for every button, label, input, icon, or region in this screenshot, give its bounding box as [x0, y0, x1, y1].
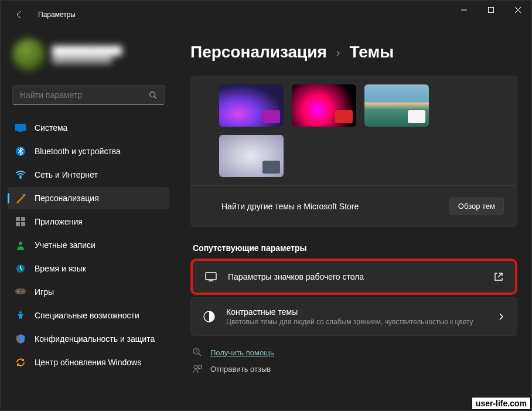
- apps-icon: [15, 216, 26, 227]
- nav: Система Bluetooth и устройства Сеть и Ин…: [8, 117, 169, 373]
- store-row: Найти другие темы в Microsoft Store Обзо…: [191, 185, 517, 226]
- theme-thumbnail[interactable]: [219, 135, 284, 177]
- system-icon: [15, 122, 26, 134]
- search-input[interactable]: [20, 90, 149, 100]
- svg-rect-11: [16, 217, 20, 221]
- nav-label: Игры: [35, 287, 54, 297]
- svg-line-26: [199, 354, 201, 356]
- svg-line-5: [155, 97, 157, 99]
- avatar: [12, 38, 45, 71]
- sidebar: ████████████ ████████████ Система Blueto…: [1, 29, 176, 410]
- contrast-themes-card[interactable]: Контрастные темы Цветовые темы для людей…: [190, 297, 517, 336]
- svg-point-4: [150, 92, 155, 97]
- feedback-icon: [193, 364, 202, 373]
- breadcrumb: Персонализация › Темы: [190, 43, 517, 62]
- nav-item-bluetooth[interactable]: Bluetooth и устройства: [8, 140, 169, 162]
- maximize-icon: [488, 7, 494, 13]
- nav-label: Персонализация: [35, 193, 99, 203]
- search-box[interactable]: [12, 85, 165, 105]
- nav-item-time[interactable]: Время и язык: [8, 257, 169, 280]
- nav-item-accounts[interactable]: Учетные записи: [8, 234, 169, 256]
- contrast-icon: [203, 310, 216, 323]
- nav-label: Bluetooth и устройства: [35, 147, 121, 156]
- arrow-left-icon: [15, 10, 24, 19]
- brush-icon: [15, 192, 26, 204]
- setting-title: Контрастные темы: [226, 307, 486, 317]
- update-icon: [15, 356, 26, 368]
- related-settings-title: Сопутствующие параметры: [193, 243, 517, 253]
- nav-item-system[interactable]: Система: [8, 117, 169, 139]
- svg-rect-7: [18, 131, 23, 132]
- help-icon: ?: [193, 348, 202, 357]
- svg-point-28: [194, 365, 197, 369]
- nav-item-privacy[interactable]: Конфиденциальность и защита: [8, 328, 169, 350]
- globe-clock-icon: [15, 263, 26, 274]
- help-label: Получить помощь: [210, 348, 274, 357]
- svg-line-23: [498, 273, 502, 277]
- nav-label: Учетные записи: [35, 240, 96, 250]
- shield-icon: [15, 333, 26, 345]
- content: ████████████ ████████████ Система Blueto…: [1, 29, 531, 410]
- minimize-button[interactable]: [451, 1, 478, 19]
- nav-label: Система: [35, 123, 67, 133]
- setting-title: Параметры значков рабочего стола: [228, 272, 483, 281]
- svg-point-19: [22, 291, 24, 293]
- feedback-label: Отправить отзыв: [210, 365, 271, 373]
- store-text: Найти другие темы в Microsoft Store: [221, 202, 359, 211]
- chevron-right-icon: [497, 313, 505, 321]
- chevron-right-icon: ›: [336, 46, 340, 59]
- svg-point-18: [18, 291, 19, 293]
- breadcrumb-parent[interactable]: Персонализация: [190, 43, 327, 62]
- feedback-link[interactable]: Отправить отзыв: [193, 364, 517, 373]
- nav-item-apps[interactable]: Приложения: [8, 210, 169, 233]
- desktop-icons-settings-card[interactable]: Параметры значков рабочего стола: [190, 259, 517, 295]
- svg-rect-6: [15, 124, 26, 131]
- breadcrumb-current: Темы: [350, 43, 394, 62]
- svg-rect-1: [489, 8, 494, 13]
- setting-desc: Цветовые темы для людей со слабым зрение…: [226, 318, 486, 326]
- external-link-icon: [494, 272, 503, 281]
- svg-rect-17: [15, 288, 26, 294]
- nav-label: Приложения: [35, 217, 83, 226]
- get-help-link[interactable]: ? Получить помощь: [193, 348, 517, 357]
- nav-item-network[interactable]: Сеть и Интернет: [8, 164, 169, 186]
- browse-themes-button[interactable]: Обзор тем: [449, 198, 504, 215]
- svg-text:?: ?: [195, 349, 197, 354]
- nav-item-gaming[interactable]: Игры: [8, 281, 169, 303]
- nav-label: Центр обновления Windows: [35, 358, 141, 367]
- main-panel: Персонализация › Темы Найти другие темы …: [176, 29, 531, 410]
- profile-email: ████████████: [52, 55, 122, 63]
- nav-item-personalization[interactable]: Персонализация: [8, 187, 169, 209]
- close-icon: [515, 7, 521, 13]
- themes-panel: Найти другие темы в Microsoft Store Обзо…: [190, 76, 517, 227]
- footer-links: ? Получить помощь Отправить отзыв: [190, 348, 517, 373]
- profile-block[interactable]: ████████████ ████████████: [8, 29, 169, 85]
- theme-thumbnail[interactable]: [292, 84, 356, 127]
- svg-rect-13: [16, 222, 20, 226]
- wifi-icon: [15, 169, 26, 181]
- theme-thumbnail[interactable]: [364, 84, 429, 127]
- nav-item-update[interactable]: Центр обновления Windows: [8, 351, 169, 373]
- svg-rect-12: [21, 217, 25, 221]
- back-button[interactable]: [10, 5, 29, 24]
- svg-point-9: [20, 177, 21, 178]
- themes-grid: [219, 84, 489, 177]
- nav-item-accessibility[interactable]: Специальные возможности: [8, 304, 169, 327]
- maximize-button[interactable]: [478, 1, 504, 19]
- close-button[interactable]: [504, 1, 531, 19]
- nav-label: Сеть и Интернет: [35, 170, 98, 179]
- person-icon: [15, 239, 26, 251]
- nav-label: Конфиденциальность и защита: [35, 334, 155, 344]
- display-icon: [204, 270, 217, 283]
- accessibility-icon: [15, 310, 26, 321]
- watermark: user-life.com: [472, 397, 531, 410]
- svg-point-15: [19, 242, 22, 245]
- search-icon: [149, 91, 157, 99]
- settings-window: Параметры ████████████ ████████████: [0, 0, 532, 411]
- nav-label: Время и язык: [35, 264, 86, 273]
- svg-rect-21: [206, 273, 216, 280]
- theme-thumbnail[interactable]: [219, 84, 284, 127]
- window-controls: [451, 1, 531, 19]
- titlebar: Параметры: [1, 1, 531, 29]
- window-title: Параметры: [38, 11, 76, 19]
